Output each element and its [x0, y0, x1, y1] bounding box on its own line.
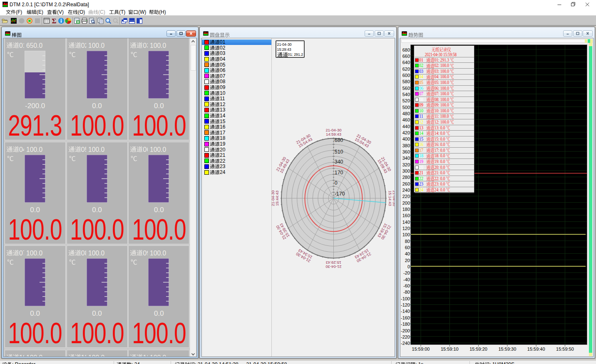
svg-text:510: 510	[335, 149, 343, 155]
svg-text:170: 170	[335, 170, 343, 176]
svg-text:15:44:43: 15:44:43	[275, 191, 279, 206]
svg-text:340: 340	[335, 159, 343, 165]
svg-text:15:29:43: 15:29:43	[326, 260, 341, 265]
svg-text:680: 680	[335, 137, 343, 143]
svg-text:Σ: Σ	[52, 17, 56, 24]
svg-text:0: 0	[335, 180, 338, 186]
svg-text:14:59:43: 14:59:43	[326, 132, 341, 136]
svg-text:-170: -170	[335, 191, 345, 197]
svg-text:15:14:43: 15:14:43	[388, 191, 392, 206]
